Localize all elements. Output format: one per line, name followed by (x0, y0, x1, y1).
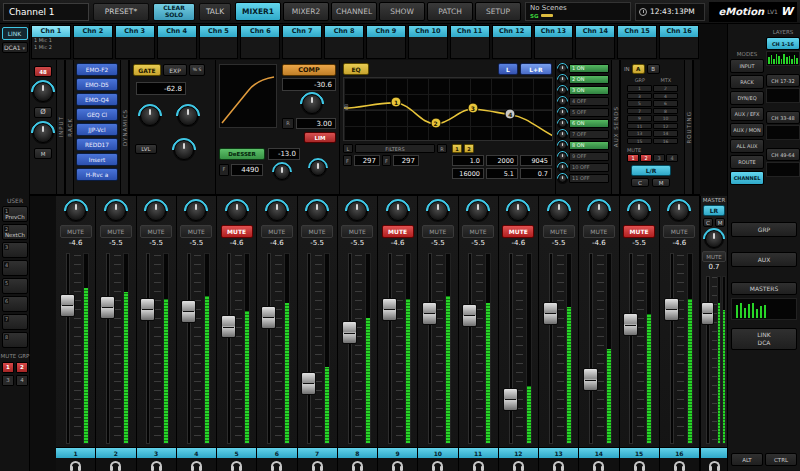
phase-button[interactable]: Ø (34, 107, 52, 118)
channel-pan-knob[interactable] (347, 201, 367, 221)
aux-send-knob[interactable] (558, 97, 567, 106)
headphone-icon[interactable] (553, 461, 564, 468)
channel-tab-chn-5[interactable]: Chn 5 (199, 25, 239, 59)
mode-rack[interactable]: RACK (730, 75, 764, 89)
user-button-6[interactable]: 6 (2, 296, 28, 312)
channel-tab-chn-16[interactable]: Chn 16 (659, 25, 699, 59)
fader-handle[interactable] (543, 302, 558, 325)
mute-button[interactable]: MUTE (261, 225, 293, 238)
headphone-icon[interactable] (312, 461, 323, 468)
mode-aux-efx[interactable]: AUX / EFX (730, 107, 764, 121)
routing-lr-button[interactable]: L/R (631, 165, 671, 176)
comp-button[interactable]: COMP (282, 64, 336, 76)
tab-mixer2[interactable]: MIXER2 (283, 2, 329, 21)
rack-slot-insert[interactable]: Insert (76, 153, 118, 166)
fader-handle[interactable] (221, 315, 236, 338)
mute-button[interactable]: MUTE (341, 225, 373, 238)
aux-send-knob[interactable] (558, 152, 567, 161)
user-button-5[interactable]: 5 (2, 278, 28, 294)
user-button-4[interactable]: 4 (2, 260, 28, 276)
aux-send-toggle-2[interactable]: 2 ON (569, 75, 609, 84)
mode-channel[interactable]: CHANNEL (730, 171, 764, 185)
talk-button[interactable]: TALK (199, 3, 231, 21)
channel-pan-knob[interactable] (227, 201, 247, 221)
headphone-icon[interactable] (392, 461, 403, 468)
eq-band-point-3[interactable]: 3 (467, 102, 478, 113)
input-gain-knob[interactable] (33, 82, 53, 102)
channel-tab-chn-1[interactable]: Chn 11 Mic 11 Mic 2 (31, 25, 71, 59)
eq-band-point-1[interactable]: 1 (391, 96, 402, 107)
tab-patch[interactable]: PATCH (427, 2, 473, 21)
fader-handle[interactable] (503, 388, 518, 411)
mute-button[interactable]: MUTE (462, 225, 494, 238)
aux-send-toggle-4[interactable]: 4 OFF (569, 97, 609, 106)
channel-pan-knob[interactable] (388, 201, 408, 221)
channel-pan-knob[interactable] (186, 201, 206, 221)
eq-lr-button[interactable]: L+R (520, 63, 552, 75)
gate-lvl-button[interactable]: LVL (135, 144, 157, 154)
channel-tab-chn-4[interactable]: Chn 4 (157, 25, 197, 59)
eq-graph[interactable]: dB 1234 (343, 77, 553, 141)
channel-pan-knob[interactable] (428, 201, 448, 221)
routing-dest-4[interactable]: 4 (653, 93, 678, 100)
link-dca-button[interactable]: LINKDCA (731, 328, 797, 350)
user-button-2[interactable]: 2NextCh (2, 224, 28, 240)
headphone-icon[interactable] (231, 461, 242, 468)
rack-slot-h-rvc-a[interactable]: H-Rvc a (76, 168, 118, 181)
channel-tab-chn-7[interactable]: Chn 7 (282, 25, 322, 59)
tab-channel[interactable]: CHANNEL (331, 2, 377, 21)
comp-gain-knob[interactable] (310, 160, 326, 176)
aux-send-toggle-10[interactable]: 10 OFF (569, 163, 609, 172)
fader-handle[interactable] (342, 321, 357, 344)
routing-mute-2[interactable]: 2 (640, 154, 652, 162)
fader-handle[interactable] (583, 368, 598, 391)
eq-band-point-4[interactable]: 4 (505, 108, 516, 119)
channel-number-plate[interactable]: 9 (378, 447, 417, 458)
gate-mode-toggle[interactable]: % S (189, 64, 205, 76)
rack-slot-jjp-vcl[interactable]: JJP-Vcl (76, 123, 118, 136)
channel-pan-knob[interactable] (146, 201, 166, 221)
channel-number-plate[interactable]: 13 (539, 447, 578, 458)
aux-send-toggle-1[interactable]: 1 ON (569, 64, 609, 73)
headphone-icon[interactable] (271, 461, 282, 468)
master-balance-knob[interactable] (705, 230, 723, 248)
fader-handle[interactable] (422, 302, 437, 325)
aux-send-toggle-5[interactable]: 5 OFF (569, 108, 609, 117)
ctrl-button[interactable]: CTRL (765, 453, 797, 466)
channel-tab-chn-6[interactable]: Chn 6 (240, 25, 280, 59)
routing-dest-10[interactable]: 10 (653, 115, 678, 122)
eq-band-point-2[interactable]: 2 (430, 117, 441, 128)
user-button-8[interactable]: 8 (2, 332, 28, 348)
channel-tab-chn-9[interactable]: Chn 9 (366, 25, 406, 59)
aux-send-knob[interactable] (558, 64, 567, 73)
layer-masters-button[interactable]: MASTERS (731, 282, 797, 295)
mute-button[interactable]: MUTE (422, 225, 454, 238)
routing-dest-2[interactable]: 2 (653, 85, 678, 92)
routing-mute-1[interactable]: 1 (627, 154, 639, 162)
gate-attack-knob[interactable] (140, 106, 160, 126)
master-plate[interactable] (701, 447, 727, 458)
fader-handle[interactable] (664, 298, 679, 321)
mute-button[interactable]: MUTE (623, 225, 655, 238)
preset-button[interactable]: PRESET* (93, 3, 149, 21)
mute-button[interactable]: MUTE (180, 225, 212, 238)
fader-handle[interactable] (140, 298, 155, 321)
input-trim-knob[interactable] (33, 123, 53, 143)
aux-send-knob[interactable] (558, 86, 567, 95)
aux-send-toggle-8[interactable]: 8 ON (569, 141, 609, 150)
channel-pan-knob[interactable] (66, 201, 86, 221)
fader-handle[interactable] (100, 296, 115, 319)
channel-number-plate[interactable]: 15 (620, 447, 659, 458)
routing-c-button[interactable]: C (631, 178, 649, 187)
deesser-button[interactable]: DeESSER (219, 148, 265, 160)
link-button[interactable]: LINK (2, 27, 28, 40)
gate-button[interactable]: GATE (133, 64, 161, 76)
mode-aux-mon[interactable]: AUX / MON (730, 123, 764, 137)
routing-mute-4[interactable]: 4 (666, 154, 678, 162)
routing-dest-16[interactable]: 16 (653, 138, 678, 145)
routing-dest-13[interactable]: 13 (627, 130, 652, 137)
limiter-button[interactable]: LIM (304, 132, 336, 143)
mute-button[interactable]: MUTE (100, 225, 132, 238)
headphone-icon[interactable] (110, 461, 121, 468)
layer-ch-1-16[interactable]: CH 1-16 (766, 37, 800, 50)
